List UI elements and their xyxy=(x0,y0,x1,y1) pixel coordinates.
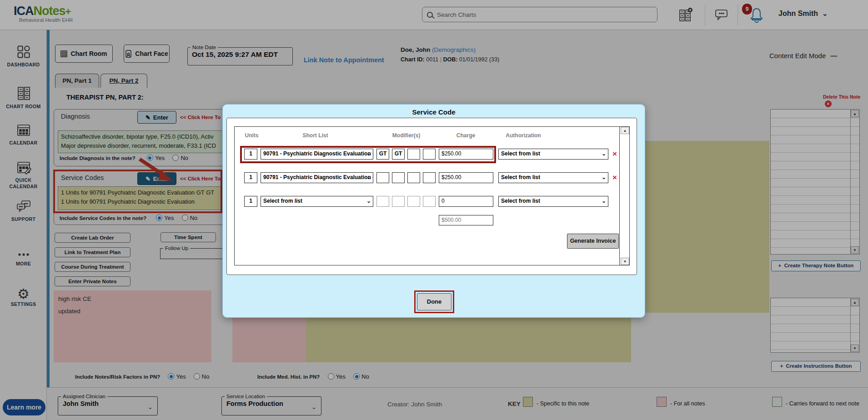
delete-this-note-button[interactable]: Delete This Note× xyxy=(823,94,868,107)
sidebar-item-quick-calendar[interactable]: QUICK CALENDAR xyxy=(0,160,47,190)
assigned-clinician-select[interactable]: Assigned Clinician John Smith ⌄ xyxy=(58,394,158,415)
scroll-down-icon[interactable]: ▼ xyxy=(851,345,859,352)
quick-calendar-icon xyxy=(16,160,31,175)
delete-row-icon[interactable]: × xyxy=(612,150,617,159)
create-instructions-button[interactable]: + Create Instructions Button xyxy=(771,361,861,372)
modifier-input-2[interactable] xyxy=(392,196,405,207)
search-input[interactable] xyxy=(437,11,652,18)
column-header-units: Units xyxy=(239,132,264,139)
charge-input[interactable]: 0 xyxy=(439,196,493,207)
authorization-select[interactable]: Select from list⌄ xyxy=(498,172,608,183)
total-charge-input[interactable]: $500.00 xyxy=(439,215,493,225)
sidebar-item-chart-room[interactable]: CHART ROOM xyxy=(0,85,47,110)
key-swatch-carries-forward xyxy=(772,397,782,407)
done-button[interactable]: Done xyxy=(417,293,452,310)
authorization-select[interactable]: Select from list⌄ xyxy=(498,149,608,160)
med-hist-yes-radio[interactable] xyxy=(328,373,334,380)
chart-room-button[interactable]: Chart Room xyxy=(55,45,113,63)
risk-factors-no-radio[interactable] xyxy=(194,373,200,380)
tab-pn-part-1[interactable]: PN, Part 1 xyxy=(55,74,99,88)
modifier-input-3[interactable] xyxy=(407,196,420,207)
chart-room-icon xyxy=(16,85,31,101)
scroll-up-icon[interactable]: ▲ xyxy=(851,299,859,306)
scroll-up-icon[interactable]: ▲ xyxy=(851,110,859,117)
scroll-down-icon[interactable]: ▼ xyxy=(851,246,859,254)
diagnosis-enter-button[interactable]: ✎Enter xyxy=(137,111,176,124)
time-spent-button[interactable]: Time Spent xyxy=(161,232,216,242)
sidebar-item-settings[interactable]: ⚙ SETTINGS xyxy=(0,287,47,307)
therapy-note-button-list[interactable]: ▲ ▼ xyxy=(770,109,860,255)
link-to-treatment-plan-button[interactable]: Link to Treatment Plan xyxy=(55,247,130,257)
chart-face-button[interactable]: Chart Face xyxy=(124,45,170,63)
course-during-treatment-button[interactable]: Course During Treatment xyxy=(55,262,130,272)
gear-icon: ⚙ xyxy=(0,287,47,301)
sidebar-item-calendar[interactable]: CALENDAR xyxy=(0,123,47,146)
generate-invoice-button[interactable]: Generate Invoice xyxy=(567,234,619,249)
link-note-to-appointment[interactable]: Link Note to Appointment xyxy=(304,56,384,64)
file-cabinet-add-icon[interactable] xyxy=(677,7,693,25)
service-location-select[interactable]: Service Location Forms Production ⌄ xyxy=(221,394,321,415)
create-lab-order-button[interactable]: Create Lab Order xyxy=(55,233,130,243)
note-preview-box-right[interactable] xyxy=(645,141,769,313)
authorization-select[interactable]: Select from list⌄ xyxy=(498,196,608,207)
chevron-down-icon: ⌄ xyxy=(602,149,606,159)
med-hist-no-radio[interactable] xyxy=(353,373,360,380)
note-date-field[interactable]: Note Date Oct 15, 2025 9:27 AM EDT xyxy=(187,45,293,65)
follow-up-field[interactable]: Follow Up xyxy=(160,245,227,259)
column-header-modifiers: Modifier(s) xyxy=(385,132,428,139)
diagnosis-label: Diagnosis xyxy=(61,113,90,120)
service-codes-no-radio[interactable] xyxy=(182,215,188,221)
scroll-up-icon[interactable]: ▲ xyxy=(621,127,629,134)
scroll-down-icon[interactable]: ▼ xyxy=(621,258,629,265)
table-scrollbar[interactable]: ▲ ▼ xyxy=(619,127,629,265)
pencil-icon: ✎ xyxy=(146,114,151,121)
chevron-down-icon[interactable]: ⌄ xyxy=(822,10,828,18)
chevron-down-icon: ⌄ xyxy=(311,404,316,410)
short-list-select[interactable]: Select from list⌄ xyxy=(261,196,373,207)
column-header-charge: Charge xyxy=(444,132,487,139)
chevron-down-icon: ⌄ xyxy=(602,196,606,206)
risk-factors-yes-radio[interactable] xyxy=(168,373,174,380)
tab-pn-part-2[interactable]: PN, Part 2 xyxy=(100,74,147,88)
messages-icon[interactable] xyxy=(715,9,728,23)
risk-notes-box[interactable]: high risk CE updated xyxy=(54,290,211,362)
short-list-select[interactable]: 90791 - Psychiatric Diagnostic Evaluatio… xyxy=(261,172,373,183)
header-divider xyxy=(705,5,705,25)
creator-label: Creator: John Smith xyxy=(387,401,442,408)
logo-text-ica: ICA xyxy=(14,4,34,18)
modifier-input-3[interactable] xyxy=(407,172,420,183)
patient-id-row: Chart ID: 0011 | DOB: 01/01/1992 (33) xyxy=(401,56,499,63)
note-date-value: Oct 15, 2025 9:27 AM EDT xyxy=(188,50,292,59)
sidebar-item-support[interactable]: SUPPORT xyxy=(0,199,47,222)
instructions-button-list[interactable]: ▲ ▼ xyxy=(770,298,860,353)
icanotes-logo: ICANotes+ Behavioral Health EHR xyxy=(14,4,73,23)
modifier-input-4[interactable] xyxy=(423,172,436,183)
service-code-row: 1 Select from list⌄ 0 Select from list⌄ xyxy=(235,196,629,207)
charge-input[interactable]: $250.00 xyxy=(439,172,493,183)
sidebar-item-dashboard[interactable]: DASHBOARD xyxy=(0,45,47,68)
search-charts-box[interactable] xyxy=(422,7,657,22)
modifier-input-4[interactable] xyxy=(423,196,436,207)
left-nav-sidebar: DASHBOARD CHART ROOM CALENDAR QUICK CALE… xyxy=(0,30,47,420)
learn-more-button[interactable]: Learn more xyxy=(3,399,45,415)
service-codes-yes-radio[interactable] xyxy=(156,215,162,221)
include-service-codes-row: Include Service Codes in the note? Yes N… xyxy=(60,215,204,221)
list-scrollbar[interactable] xyxy=(850,110,859,254)
key-swatch-specific xyxy=(523,397,533,407)
diagnosis-text-area[interactable]: Schizoaffective disorder, bipolar type, … xyxy=(58,130,224,153)
content-edit-mode-toggle[interactable]: Content Edit Mode— xyxy=(769,52,837,60)
modifier-input-2[interactable] xyxy=(392,172,405,183)
collapse-dash-icon: — xyxy=(830,52,837,60)
demographics-link[interactable]: (Demographics) xyxy=(432,46,476,53)
sidebar-item-more[interactable]: MORE xyxy=(0,251,47,267)
modifier-input-1[interactable] xyxy=(376,172,389,183)
modifier-input-1[interactable] xyxy=(376,196,389,207)
units-input[interactable]: 1 xyxy=(244,172,257,183)
create-therapy-note-button[interactable]: + Create Therapy Note Button xyxy=(771,260,861,271)
user-menu[interactable]: John Smith xyxy=(778,10,818,18)
delete-row-icon[interactable]: × xyxy=(612,173,617,182)
chevron-down-icon: ⌄ xyxy=(366,173,371,182)
enter-private-notes-button[interactable]: Enter Private Notes xyxy=(55,276,130,286)
units-input[interactable]: 1 xyxy=(244,196,257,207)
delete-x-icon: × xyxy=(825,100,832,107)
